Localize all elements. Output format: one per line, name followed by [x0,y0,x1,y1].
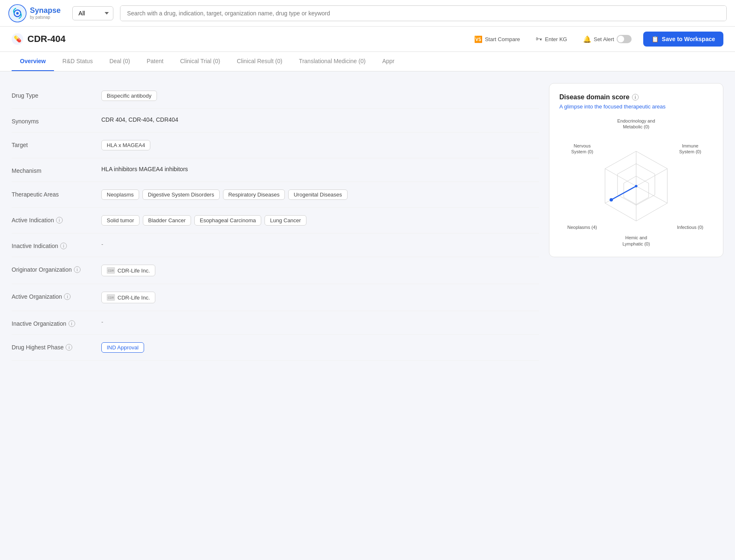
drug-highest-phase-label: Drug Highest Phase i [12,342,95,351]
therapeutic-areas-value: Neoplasms Digestive System Disorders Res… [101,189,539,200]
tab-appr[interactable]: Appr [374,52,403,71]
target-label: Target [12,140,95,148]
drug-type-tag: Bispecific antibody [101,91,157,101]
tab-deal[interactable]: Deal (0) [101,52,138,71]
svg-point-15 [635,185,637,187]
svg-line-8 [636,186,667,203]
save-to-workspace-button[interactable]: 📋 Save to Workspace [643,32,723,47]
originator-org-info-icon: i [74,266,81,273]
search-input-wrap [120,5,727,21]
inactive-org-value: - [101,319,539,325]
originator-org-row: Originator Organization i CDR CDR-Life I… [12,257,539,284]
inactive-indication-info-icon: i [60,243,67,249]
originator-org-value: CDR CDR-Life Inc. [101,265,539,276]
synonyms-value: CDR 404, CDR-404, CDR404 [101,116,539,123]
app-name: Synapse [30,7,61,15]
mechanism-value: HLA inhibitors MAGEA4 inhibitors [101,166,539,172]
label-infectious: Infectious (0) [674,224,707,230]
drug-title-wrap: 💊 CDR-404 [12,33,460,45]
inactive-org-info-icon: i [69,320,75,327]
originator-org-logo: CDR [107,267,115,274]
therapeutic-area-respiratory: Respiratory Diseases [223,189,285,200]
active-org-tag[interactable]: CDR CDR-Life Inc. [101,292,155,303]
main-content: Drug Type Bispecific antibody Synonyms C… [0,71,735,372]
synapse-logo-icon [8,4,27,22]
drug-title: CDR-404 [27,34,66,44]
therapeutic-area-urogenital: Urogenital Diseases [288,189,347,200]
drug-type-row: Drug Type Bispecific antibody [12,83,539,109]
svg-line-11 [605,169,636,186]
label-hemic: Hemic andLymphatic (0) [615,235,657,247]
toggle-knob [617,36,624,42]
tab-translational-medicine[interactable]: Translational Medicine (0) [291,52,374,71]
originator-org-tag[interactable]: CDR CDR-Life Inc. [101,265,155,276]
therapeutic-area-digestive: Digestive System Disorders [142,189,220,200]
drug-pill-icon: 💊 [12,33,23,45]
mechanism-row: Mechanism HLA inhibitors MAGEA4 inhibito… [12,158,539,182]
search-input[interactable] [120,6,726,21]
top-navigation: Synapse by patsnap All Drug Target Disea… [0,0,735,27]
drug-highest-phase-value: IND Approval [101,342,539,353]
active-indication-row: Active Indication i Solid tumor Bladder … [12,208,539,233]
inactive-org-dash: - [101,319,103,325]
save-icon: 📋 [652,36,659,42]
target-value: HLA x MAGEA4 [101,140,539,150]
target-row: Target HLA x MAGEA4 [12,133,539,158]
active-indication-info-icon: i [56,217,63,224]
label-endocrinology: Endocrinology andMetabolic (0) [611,118,661,130]
inactive-org-row: Inactive Organization i - [12,311,539,335]
compare-icon: 🆚 [474,35,483,43]
label-neoplasms: Neoplasms (4) [566,224,599,230]
disease-domain-subtitle: A glimpse into the focused therapeutic a… [559,103,713,110]
inactive-indication-value: - [101,241,539,248]
drug-highest-phase-info-icon: i [66,344,72,351]
svg-point-2 [16,12,19,15]
inactive-org-label: Inactive Organization i [12,319,95,327]
disease-domain-title: Disease domain score i [559,93,713,101]
active-indication-value: Solid tumor Bladder Cancer Esophageal Ca… [101,215,539,226]
tab-clinical-result[interactable]: Clinical Result (0) [228,52,291,71]
tab-rd-status[interactable]: R&D Status [54,52,101,71]
active-org-row: Active Organization i CDR CDR-Life Inc. [12,284,539,311]
action-buttons: 🆚 Start Compare 🗝 Enter KG 🔔 Set Alert 📋… [470,32,723,47]
alert-icon: 🔔 [583,35,591,43]
synonyms-row: Synonyms CDR 404, CDR-404, CDR404 [12,109,539,133]
active-org-value: CDR CDR-Life Inc. [101,292,539,303]
originator-org-label: Originator Organization i [12,265,95,273]
indication-bladder-cancer: Bladder Cancer [143,215,191,226]
tab-patent[interactable]: Patent [138,52,172,71]
originator-org-name: CDR-Life Inc. [118,268,150,274]
active-org-name: CDR-Life Inc. [118,295,150,301]
active-org-logo: CDR [107,294,115,301]
app-sub: by patsnap [30,15,61,20]
drug-header: 💊 CDR-404 🆚 Start Compare 🗝 Enter KG 🔔 S… [0,27,735,52]
label-immune-system: ImmuneSystem (0) [674,143,707,155]
synonyms-text: CDR 404, CDR-404, CDR404 [101,116,178,123]
target-tag: HLA x MAGEA4 [101,140,150,150]
therapeutic-areas-row: Therapeutic Areas Neoplasms Digestive Sy… [12,182,539,208]
search-type-select[interactable]: All Drug Target Disease [72,6,113,20]
tab-clinical-trial[interactable]: Clinical Trial (0) [172,52,228,71]
start-compare-button[interactable]: 🆚 Start Compare [470,33,524,46]
active-org-label: Active Organization i [12,292,95,300]
alert-toggle[interactable] [617,35,632,43]
active-org-info-icon: i [64,293,71,300]
therapeutic-areas-label: Therapeutic Areas [12,189,95,198]
inactive-indication-row: Inactive Indication i - [12,233,539,257]
label-nervous-system: NervousSystem (0) [566,143,599,155]
indication-lung-cancer: Lung Cancer [265,215,306,226]
enter-kg-button[interactable]: 🗝 Enter KG [532,33,571,45]
drug-highest-phase-row: Drug Highest Phase i IND Approval [12,335,539,361]
svg-point-14 [610,198,613,201]
indication-solid-tumor: Solid tumor [101,215,140,226]
mechanism-label: Mechanism [12,166,95,174]
drug-type-value: Bispecific antibody [101,91,539,101]
drug-type-label: Drug Type [12,91,95,99]
radar-chart-container: Endocrinology andMetabolic (0) ImmuneSys… [566,118,707,247]
therapeutic-area-neoplasms: Neoplasms [101,189,139,200]
tab-overview[interactable]: Overview [12,52,54,71]
disease-domain-info-icon: i [632,94,639,101]
set-alert-button[interactable]: 🔔 Set Alert [579,32,636,46]
kg-icon: 🗝 [536,35,542,43]
disease-domain-panel: Disease domain score i A glimpse into th… [549,83,723,257]
